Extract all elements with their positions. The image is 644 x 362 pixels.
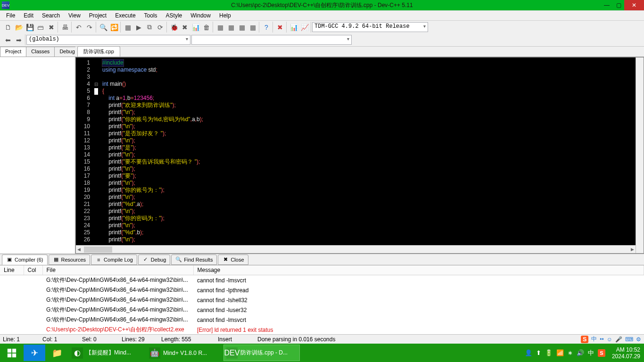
menu-bar: FileEditSearchViewProjectExecuteToolsASt… — [0, 10, 644, 21]
bluetooth-icon[interactable]: ∗ — [568, 349, 573, 356]
goto-icon[interactable]: ▦ — [248, 22, 258, 33]
project-tree[interactable] — [0, 57, 75, 254]
output-panel: ▣ Compiler (6)▦ Resources≡ Compile Log✓ … — [0, 254, 644, 334]
horizontal-scrollbar[interactable] — [76, 245, 636, 253]
ime-mic-icon[interactable]: 🎤 — [615, 336, 622, 343]
battery-icon[interactable]: 🔋 — [545, 349, 553, 356]
menu-window[interactable]: Window — [186, 11, 215, 20]
open-icon[interactable]: 📂 — [14, 22, 24, 33]
insert-icon[interactable]: ▦ — [226, 22, 236, 33]
status-lines: Lines: 29 — [122, 336, 161, 343]
taskbar-clock[interactable]: AM 10:52 2024.07.29 — [609, 346, 643, 360]
status-insert: Insert — [218, 336, 257, 343]
ime-gear-icon[interactable]: ⚙ — [636, 336, 641, 343]
compiler-row[interactable]: G:\软件\Dev-Cpp\MinGW64\x86_64-w64-mingw32… — [0, 295, 644, 305]
file-tab-bar: 防诈训练.cpp — [75, 47, 644, 57]
code-editor[interactable]: 1234567891011121314151617181920212223242… — [75, 57, 644, 254]
minimize-button[interactable]: — — [601, 0, 613, 10]
output-tab[interactable]: ✓ Debug — [138, 255, 170, 265]
abort-icon[interactable]: ✖ — [275, 22, 285, 33]
compile-run-icon[interactable]: ⧉ — [144, 22, 155, 33]
save-all-icon[interactable]: 🗃 — [35, 22, 46, 33]
back-icon[interactable]: ⬅ — [3, 35, 13, 45]
compiler-output-table[interactable]: LineColFileMessage G:\软件\Dev-Cpp\MinGW64… — [0, 265, 644, 334]
compiler-row[interactable]: G:\软件\Dev-Cpp\MinGW64\x86_64-w64-mingw32… — [0, 315, 644, 325]
compiler-row[interactable]: G:\软件\Dev-Cpp\MinGW64\x86_64-w64-mingw32… — [0, 275, 644, 286]
col-header[interactable]: Message — [193, 265, 644, 275]
trash-icon[interactable]: 🗑 — [201, 22, 212, 33]
pinned-app-1[interactable]: ✈ — [24, 345, 45, 361]
ime-icon[interactable]: 中 — [588, 349, 594, 357]
ime-punct-icon[interactable]: •• — [600, 336, 603, 343]
compiler-row[interactable]: C:\Users\pc-2\Desktop\DEV-C++\自创程序\colle… — [0, 325, 644, 334]
sidebar-tab-classes[interactable]: Classes — [26, 47, 55, 57]
menu-project[interactable]: Project — [85, 11, 111, 20]
maximize-button[interactable]: ▢ — [613, 0, 624, 10]
output-tab[interactable]: 🔍 Find Results — [171, 255, 217, 265]
system-tray: 👤 ⬆ 🔋 📶 ∗ 🔊 中 S AM 10:52 2024.07.29 — [525, 346, 644, 360]
profile-icon[interactable]: 📊 — [190, 22, 201, 33]
output-tab[interactable]: ▣ Compiler (6) — [2, 255, 48, 265]
sidebar-tab-project[interactable]: Project — [0, 47, 26, 57]
compile-icon[interactable]: ▦ — [123, 22, 133, 33]
menu-help[interactable]: Help — [215, 11, 235, 20]
run-icon[interactable]: ▶ — [133, 22, 144, 33]
tray-icon[interactable]: 👤 — [525, 349, 532, 356]
menu-search[interactable]: Search — [38, 11, 64, 20]
compiler-combo[interactable]: TDM-GCC 4.9.2 64-bit Release — [312, 22, 428, 32]
bookmark-icon[interactable]: ▦ — [237, 22, 247, 33]
status-length: Length: 555 — [161, 336, 218, 343]
find-icon[interactable]: 🔍 — [98, 22, 108, 33]
tray-icon[interactable]: ⬆ — [536, 349, 541, 356]
print-icon[interactable]: 🖶 — [60, 22, 70, 33]
col-header[interactable]: Col — [24, 265, 42, 275]
new-class-icon[interactable]: ▦ — [215, 22, 225, 33]
close-file-icon[interactable]: ✖ — [46, 22, 57, 33]
menu-file[interactable]: File — [2, 11, 19, 20]
chart2-icon[interactable]: 📈 — [299, 22, 310, 33]
window-title: C:\Users\pc-2\Desktop\DEV-C++\自创程序\防诈训练.… — [231, 1, 413, 9]
taskbar-app[interactable]: ◐【新提醒】Mind... — [69, 345, 145, 361]
svg-rect-2 — [8, 353, 11, 357]
undo-icon[interactable]: ↶ — [74, 22, 84, 33]
sogou-tray-icon[interactable]: S — [598, 349, 605, 357]
ime-zh-icon[interactable]: 中 — [591, 335, 597, 343]
compiler-row[interactable]: G:\软件\Dev-Cpp\MinGW64\x86_64-w64-mingw32… — [0, 285, 644, 295]
file-tab[interactable]: 防诈训练.cpp — [77, 46, 120, 57]
col-header[interactable]: File — [42, 265, 193, 275]
output-tab[interactable]: ≡ Compile Log — [91, 255, 137, 265]
network-icon[interactable]: 📶 — [556, 349, 564, 356]
new-file-icon[interactable]: 🗋 — [3, 22, 13, 33]
redo-icon[interactable]: ↷ — [84, 22, 95, 33]
vertical-scrollbar[interactable] — [636, 58, 644, 253]
output-tab[interactable]: ▦ Resources — [49, 255, 91, 265]
pinned-explorer[interactable]: 📁 — [46, 345, 68, 361]
stop-icon[interactable]: ✖ — [180, 22, 190, 33]
chart1-icon[interactable]: 📊 — [289, 22, 299, 33]
sogou-icon[interactable]: S — [581, 336, 588, 343]
ime-tray: S 中 •• ☺ 🎤 ⌨ ⚙ — [581, 335, 641, 343]
output-tab[interactable]: ✖ Close — [218, 255, 248, 265]
close-button[interactable]: ✕ — [624, 0, 644, 10]
member-combo[interactable] — [191, 35, 352, 45]
compiler-row[interactable]: G:\软件\Dev-Cpp\MinGW64\x86_64-w64-mingw32… — [0, 305, 644, 315]
menu-edit[interactable]: Edit — [19, 11, 38, 20]
save-icon[interactable]: 💾 — [25, 22, 35, 33]
scope-combo[interactable]: (globals) — [26, 35, 190, 45]
help-icon[interactable]: ? — [261, 22, 272, 33]
forward-icon[interactable]: ➡ — [14, 35, 24, 45]
menu-astyle[interactable]: AStyle — [162, 11, 187, 20]
menu-view[interactable]: View — [64, 11, 85, 20]
ime-kbd-icon[interactable]: ⌨ — [625, 336, 633, 343]
debug-icon[interactable]: 🐞 — [169, 22, 179, 33]
replace-icon[interactable]: 🔁 — [109, 22, 119, 33]
rebuild-icon[interactable]: ⟳ — [155, 22, 165, 33]
start-button[interactable] — [1, 345, 23, 361]
col-header[interactable]: Line — [0, 265, 24, 275]
taskbar-app[interactable]: 🤖Mind+ V1.8.0 R... — [146, 345, 223, 361]
menu-execute[interactable]: Execute — [111, 11, 140, 20]
volume-icon[interactable]: 🔊 — [577, 349, 584, 356]
ime-smile-icon[interactable]: ☺ — [607, 336, 612, 343]
menu-tools[interactable]: Tools — [140, 11, 162, 20]
taskbar-app[interactable]: DEV防诈训练.cpp - D... — [223, 345, 300, 361]
